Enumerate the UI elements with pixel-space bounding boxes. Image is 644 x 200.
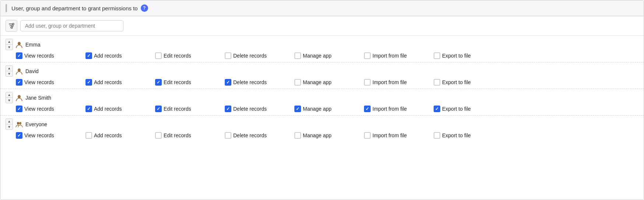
help-icon[interactable]: ? bbox=[141, 4, 148, 12]
perm-item-add-records: Add records bbox=[85, 52, 154, 59]
checkbox-manage-app[interactable] bbox=[294, 52, 301, 59]
perm-label-import-from-file: Import from file bbox=[372, 53, 407, 59]
checkbox-export-to-file[interactable] bbox=[434, 79, 440, 86]
header-accent-bar bbox=[6, 4, 7, 12]
perm-label-edit-records: Edit records bbox=[164, 53, 191, 59]
filter-button[interactable] bbox=[6, 20, 17, 32]
perm-item-add-records: Add records bbox=[85, 132, 154, 139]
sort-arrows-button[interactable]: ▲▼ bbox=[6, 39, 13, 50]
perm-item-manage-app: Manage app bbox=[294, 106, 363, 112]
arrow-down-icon: ▼ bbox=[6, 45, 13, 50]
checkbox-manage-app[interactable] bbox=[294, 79, 301, 86]
permissions-row: View recordsAdd recordsEdit recordsDelet… bbox=[6, 79, 638, 86]
svg-point-3 bbox=[13, 23, 14, 25]
perm-label-manage-app: Manage app bbox=[303, 79, 332, 85]
checkbox-export-to-file[interactable] bbox=[434, 52, 440, 59]
perm-item-manage-app: Manage app bbox=[294, 79, 363, 86]
checkbox-edit-records[interactable] bbox=[155, 106, 162, 112]
perm-item-edit-records: Edit records bbox=[155, 106, 223, 112]
perm-label-import-from-file: Import from file bbox=[372, 79, 407, 85]
svg-point-6 bbox=[18, 42, 21, 45]
svg-point-4 bbox=[12, 25, 13, 27]
perm-item-export-to-file: Export to file bbox=[434, 106, 502, 112]
checkbox-import-from-file[interactable] bbox=[364, 132, 371, 139]
checkbox-edit-records[interactable] bbox=[155, 79, 162, 86]
checkbox-delete-records[interactable] bbox=[225, 52, 231, 59]
search-input[interactable] bbox=[20, 20, 123, 31]
user-row: ▲▼ DavidView recordsAdd recordsEdit reco… bbox=[0, 62, 644, 89]
svg-point-9 bbox=[17, 122, 19, 124]
svg-point-5 bbox=[11, 27, 13, 28]
search-row bbox=[0, 16, 644, 36]
checkbox-add-records[interactable] bbox=[85, 52, 92, 59]
checkbox-add-records[interactable] bbox=[85, 79, 92, 86]
perm-label-export-to-file: Export to file bbox=[442, 79, 471, 85]
panel-title: User, group and department to grant perm… bbox=[11, 5, 138, 11]
perm-label-export-to-file: Export to file bbox=[442, 53, 471, 59]
arrow-down-icon: ▼ bbox=[6, 71, 13, 76]
permissions-row: View recordsAdd recordsEdit recordsDelet… bbox=[6, 106, 638, 112]
user-row: ▲▼ EveryoneView recordsAdd recordsEdit r… bbox=[0, 115, 644, 142]
perm-item-export-to-file: Export to file bbox=[434, 52, 502, 59]
checkbox-delete-records[interactable] bbox=[225, 106, 231, 112]
user-header: ▲▼ Jane Smith bbox=[6, 92, 638, 103]
perm-item-delete-records: Delete records bbox=[225, 52, 293, 59]
perm-item-view-records: View records bbox=[16, 52, 84, 59]
perm-item-manage-app: Manage app bbox=[294, 132, 363, 139]
checkbox-import-from-file[interactable] bbox=[364, 106, 371, 112]
user-avatar-icon bbox=[15, 41, 23, 49]
perm-item-import-from-file: Import from file bbox=[364, 79, 432, 86]
perm-item-delete-records: Delete records bbox=[225, 106, 293, 112]
perm-item-import-from-file: Import from file bbox=[364, 52, 432, 59]
svg-point-8 bbox=[18, 95, 21, 98]
perm-label-import-from-file: Import from file bbox=[372, 132, 407, 138]
checkbox-export-to-file[interactable] bbox=[434, 106, 440, 112]
perm-label-manage-app: Manage app bbox=[303, 132, 332, 138]
checkbox-view-records[interactable] bbox=[16, 132, 22, 139]
permissions-row: View recordsAdd recordsEdit recordsDelet… bbox=[6, 132, 638, 139]
user-name: David bbox=[25, 68, 39, 74]
perm-label-view-records: View records bbox=[24, 53, 54, 59]
sort-arrows-button[interactable]: ▲▼ bbox=[6, 118, 13, 130]
user-name: Emma bbox=[25, 42, 40, 48]
user-avatar bbox=[15, 67, 23, 75]
perm-label-add-records: Add records bbox=[94, 132, 122, 138]
perm-item-view-records: View records bbox=[16, 106, 84, 112]
checkbox-export-to-file[interactable] bbox=[434, 132, 440, 139]
checkbox-add-records[interactable] bbox=[85, 106, 92, 112]
checkbox-manage-app[interactable] bbox=[294, 106, 301, 112]
user-name: Jane Smith bbox=[25, 95, 51, 101]
perm-item-export-to-file: Export to file bbox=[434, 79, 502, 86]
checkbox-add-records[interactable] bbox=[85, 132, 92, 139]
sort-arrows-button[interactable]: ▲▼ bbox=[6, 65, 13, 77]
users-list: ▲▼ EmmaView recordsAdd recordsEdit recor… bbox=[0, 36, 644, 142]
user-row: ▲▼ Jane SmithView recordsAdd recordsEdit… bbox=[0, 89, 644, 115]
checkbox-import-from-file[interactable] bbox=[364, 52, 371, 59]
perm-label-view-records: View records bbox=[24, 79, 54, 85]
perm-item-add-records: Add records bbox=[85, 79, 154, 86]
svg-point-7 bbox=[18, 68, 21, 72]
user-avatar bbox=[15, 94, 23, 102]
checkbox-edit-records[interactable] bbox=[155, 132, 162, 139]
perm-label-delete-records: Delete records bbox=[233, 132, 267, 138]
checkbox-import-from-file[interactable] bbox=[364, 79, 371, 86]
checkbox-manage-app[interactable] bbox=[294, 132, 301, 139]
perm-label-edit-records: Edit records bbox=[164, 132, 191, 138]
user-header: ▲▼ David bbox=[6, 65, 638, 77]
checkbox-view-records[interactable] bbox=[16, 52, 22, 59]
perm-label-view-records: View records bbox=[24, 106, 54, 112]
checkbox-edit-records[interactable] bbox=[155, 52, 162, 59]
arrow-down-icon: ▼ bbox=[6, 124, 13, 130]
user-name: Everyone bbox=[25, 121, 47, 127]
group-avatar-icon bbox=[15, 120, 23, 128]
checkbox-delete-records[interactable] bbox=[225, 132, 231, 139]
checkbox-delete-records[interactable] bbox=[225, 79, 231, 86]
checkbox-view-records[interactable] bbox=[16, 106, 22, 112]
user-header: ▲▼ Emma bbox=[6, 39, 638, 50]
checkbox-view-records[interactable] bbox=[16, 79, 22, 86]
sort-arrows-button[interactable]: ▲▼ bbox=[6, 92, 13, 103]
perm-label-export-to-file: Export to file bbox=[442, 106, 471, 112]
perm-label-add-records: Add records bbox=[94, 79, 122, 85]
perm-label-add-records: Add records bbox=[94, 106, 122, 112]
arrow-up-icon: ▲ bbox=[6, 92, 13, 98]
